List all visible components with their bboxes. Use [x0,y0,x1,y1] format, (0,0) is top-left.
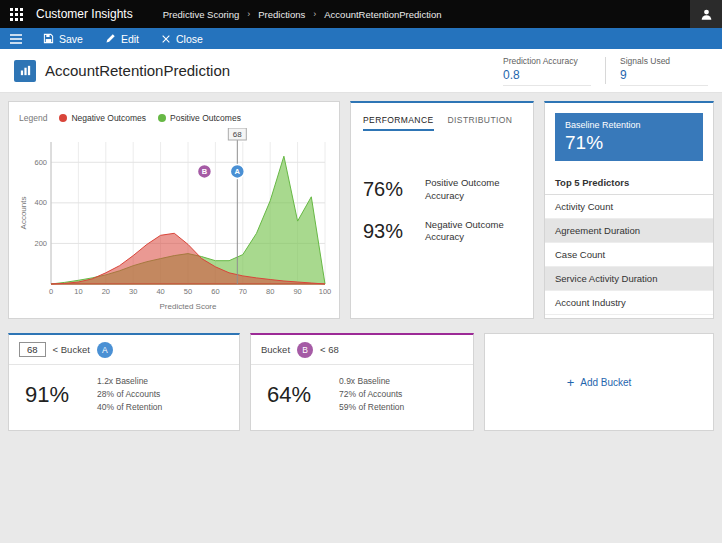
prediction-accuracy-metric: Prediction Accuracy 0.8 [503,56,591,86]
app-title[interactable]: Customer Insights [36,7,133,21]
bucket-stat: 72% of Accounts [339,388,404,401]
metric-value: 76% [363,178,415,201]
breadcrumb: Predictive Scoring › Predictions › Accou… [163,9,442,20]
bucket-stat: 1.2x Baseline [97,375,162,388]
add-bucket-button[interactable]: + Add Bucket [567,376,632,389]
hamburger-menu-icon[interactable] [0,28,32,49]
chart-legend: Legend Negative Outcomes Positive Outcom… [17,110,331,128]
topbar: Customer Insights Predictive Scoring › P… [0,0,722,28]
legend-item-negative: Negative Outcomes [59,113,146,123]
save-button-label: Save [59,33,83,45]
bucket-a-relation: < Bucket [53,344,90,355]
baseline-retention-box: Baseline Retention 71% [555,113,703,161]
svg-text:80: 80 [266,287,274,296]
waffle-menu-icon[interactable] [0,0,32,28]
bucket-b-badge: B [297,342,313,358]
performance-card: PERFORMANCE DISTRIBUTION 76% Positive Ou… [350,101,534,319]
svg-text:B: B [202,167,208,176]
bucket-card-row: 68 < Bucket A 91% 1.2x Baseline 28% of A… [8,333,714,431]
breadcrumb-item-account-retention-prediction[interactable]: AccountRetentionPrediction [324,9,441,20]
user-avatar-icon[interactable] [690,0,722,28]
predictor-item-service-activity-duration[interactable]: Service Activity Duration [545,267,713,291]
svg-text:60: 60 [211,287,219,296]
svg-text:0: 0 [49,287,53,296]
svg-text:30: 30 [129,287,137,296]
metric-value: 0.8 [503,68,591,82]
hamburger-lines-icon [10,34,22,44]
metric-value: 93% [363,220,415,243]
bucket-b-body: 64% 0.9x Baseline 72% of Accounts 59% of… [251,365,473,425]
svg-text:50: 50 [184,287,192,296]
breadcrumb-separator-icon: › [313,9,316,19]
prediction-report-icon [14,60,36,82]
metric-label: Negative Outcome Accuracy [425,219,517,245]
svg-text:Accounts: Accounts [19,197,28,230]
command-bar: Save Edit Close [0,28,722,49]
svg-text:40: 40 [156,287,164,296]
bucket-b-relation: < 68 [320,344,339,355]
baseline-value: 71% [565,132,693,154]
bucket-a-badge: A [97,342,113,358]
bucket-stat: 59% of Retention [339,401,404,414]
metric-label: Prediction Accuracy [503,56,591,66]
bucket-b-prefix: Bucket [261,344,290,355]
person-icon [700,8,713,21]
positive-outcomes-dot-icon [158,114,166,122]
bucket-a-threshold-input[interactable]: 68 [19,342,46,357]
breadcrumb-item-predictions[interactable]: Predictions [258,9,305,20]
predictors-list: Activity Count Agreement Duration Case C… [545,195,713,315]
bucket-stat: 40% of Retention [97,401,162,414]
metric-label: Signals Used [620,56,708,66]
predictor-item-account-industry[interactable]: Account Industry [545,291,713,315]
close-x-icon [161,34,171,44]
save-button[interactable]: Save [32,28,94,49]
waffle-grid-icon [10,8,23,21]
legend-label: Positive Outcomes [170,113,241,123]
legend-title: Legend [19,113,47,123]
breadcrumb-item-predictive-scoring[interactable]: Predictive Scoring [163,9,240,20]
bucket-a-card: 68 < Bucket A 91% 1.2x Baseline 28% of A… [8,333,240,431]
bucket-b-stats: 0.9x Baseline 72% of Accounts 59% of Ret… [339,375,404,415]
svg-text:20: 20 [102,287,110,296]
add-bucket-label: Add Bucket [580,377,631,388]
svg-text:Predicted Score: Predicted Score [160,302,217,311]
add-bucket-card[interactable]: + Add Bucket [484,333,714,431]
signals-used-metric: Signals Used 9 [620,56,708,86]
predictors-card: Baseline Retention 71% Top 5 Predictors … [544,101,714,319]
bucket-a-header: 68 < Bucket A [9,335,239,365]
predictor-item-case-count[interactable]: Case Count [545,243,713,267]
svg-text:400: 400 [34,198,47,207]
close-button[interactable]: Close [150,28,214,49]
plus-icon: + [567,376,575,389]
tab-distribution[interactable]: DISTRIBUTION [448,113,513,131]
predictor-item-activity-count[interactable]: Activity Count [545,195,713,219]
tab-performance[interactable]: PERFORMANCE [363,113,434,131]
bucket-a-body: 91% 1.2x Baseline 28% of Accounts 40% of… [9,365,239,425]
svg-text:A: A [235,167,241,176]
page-header: AccountRetentionPrediction Prediction Ac… [0,49,722,93]
metric-value: 9 [620,68,708,82]
predictor-item-agreement-duration[interactable]: Agreement Duration [545,219,713,243]
negative-outcomes-dot-icon [59,114,67,122]
main-content: Legend Negative Outcomes Positive Outcom… [0,93,722,439]
top-predictors-title: Top 5 Predictors [545,171,713,195]
legend-item-positive: Positive Outcomes [158,113,241,123]
negative-accuracy-metric: 93% Negative Outcome Accuracy [363,219,521,245]
positive-accuracy-metric: 76% Positive Outcome Accuracy [363,177,521,203]
close-button-label: Close [176,33,203,45]
bucket-a-stats: 1.2x Baseline 28% of Accounts 40% of Ret… [97,375,162,415]
bucket-b-value: 64% [267,382,311,408]
outcome-distribution-chart[interactable]: 68BA0102030405060708090100200400600Predi… [17,128,333,312]
bar-chart-icon [19,64,32,77]
save-icon [43,33,54,44]
bucket-stat: 28% of Accounts [97,388,162,401]
baseline-label: Baseline Retention [565,120,693,130]
svg-text:100: 100 [319,287,332,296]
edit-button[interactable]: Edit [94,28,150,49]
prediction-chart-card: Legend Negative Outcomes Positive Outcom… [8,101,340,319]
bucket-b-header: Bucket B < 68 [251,335,473,365]
breadcrumb-separator-icon: › [247,9,250,19]
svg-text:90: 90 [293,287,301,296]
header-metrics: Prediction Accuracy 0.8 Signals Used 9 [503,56,708,86]
bucket-stat: 0.9x Baseline [339,375,404,388]
